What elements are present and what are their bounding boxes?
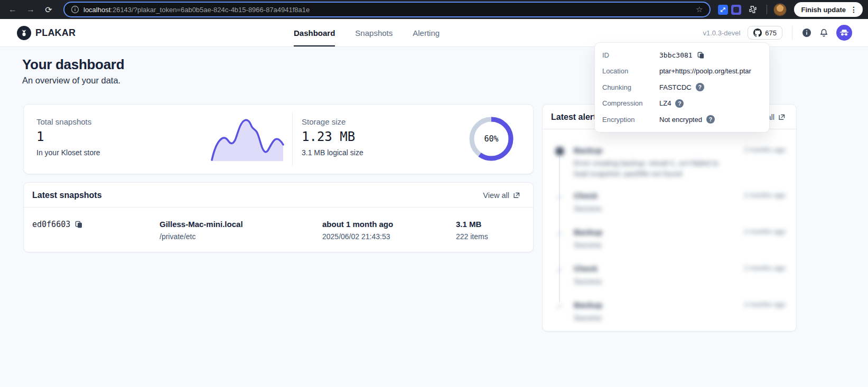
storage-donut-chart: 60% (468, 115, 515, 163)
page-title: Your dashboard (22, 56, 124, 73)
total-snapshots-label: Total snapshots (36, 117, 100, 126)
popover-label: Chunking (602, 83, 659, 91)
back-icon[interactable]: ← (5, 2, 20, 17)
popover-label: Encryption (602, 116, 659, 124)
toolbar-separator (767, 5, 767, 14)
alert-check-icon: ✓ (555, 265, 564, 274)
snapshot-host: Gilless-Mac-mini.local (160, 220, 243, 229)
total-snapshots-stat: Total snapshots 1 In your Kloset store (36, 117, 100, 157)
tab-alerting[interactable]: Alerting (413, 19, 440, 46)
popover-row-chunking: Chunking FASTCDC ? (595, 79, 769, 96)
version-label: v1.0.3-devel (703, 29, 740, 37)
finish-update-label: Finish update (801, 6, 846, 14)
snapshots-view-all-link[interactable]: View all (483, 191, 520, 200)
snapshots-view-all-label: View all (483, 191, 509, 200)
stats-card: Total snapshots 1 In your Kloset store S… (23, 104, 534, 174)
alert-item[interactable]: ✓ Check Success 2 months ago (555, 191, 786, 214)
browser-profile-avatar[interactable] (773, 3, 787, 16)
plakar-logo-icon (17, 26, 31, 40)
popover-row-location: Location ptar+https://poolp.org/test.pta… (595, 63, 769, 80)
extension-glyph (733, 7, 739, 13)
github-icon (753, 29, 762, 37)
snapshot-size: 3.1 MB (456, 220, 488, 229)
storage-size-value: 1.23 MB (302, 129, 363, 144)
snapshots-sparkline-chart (210, 117, 285, 161)
tab-dashboard[interactable]: Dashboard (294, 19, 335, 46)
site-info-icon[interactable] (71, 5, 79, 14)
snapshot-id[interactable]: ed0f6603 (32, 220, 70, 229)
popover-row-compression: Compression LZ4 ? (595, 96, 769, 112)
user-avatar[interactable] (836, 25, 852, 41)
alert-item[interactable]: Backup Error creating backup: retval=1, … (555, 146, 786, 180)
storage-size-stat: Storage size 1.23 MB 3.1 MB logical size (302, 117, 363, 157)
screen: ← → ⟳ localhost:26143/?plakar_token=6ab0… (0, 0, 868, 387)
alert-time: 2 months ago (744, 228, 786, 250)
github-stars-count: 675 (765, 29, 777, 37)
plakar-logo[interactable]: PLAKAR (17, 19, 76, 46)
browser-toolbar: ← → ⟳ localhost:26143/?plakar_token=6ab0… (0, 0, 868, 19)
snapshot-path: /private/etc (160, 232, 243, 241)
donut-percent-label: 60% (468, 115, 515, 163)
repo-location-value: ptar+https://poolp.org/test.ptar (659, 67, 751, 75)
latest-alerts-title: Latest alerts (551, 112, 601, 122)
info-icon[interactable] (802, 28, 811, 37)
alert-item[interactable]: ✓ Backup Success 2 months ago (555, 228, 786, 250)
forward-icon[interactable]: → (23, 2, 38, 17)
alert-time: 2 months ago (744, 264, 786, 287)
help-icon[interactable]: ? (706, 115, 715, 124)
external-link-icon (778, 114, 786, 121)
latest-snapshots-title: Latest snapshots (32, 191, 102, 200)
total-snapshots-caption: In your Kloset store (36, 148, 100, 157)
url-path: :26143/?plakar_token=6ab0b5ae-824c-4b15-… (110, 6, 310, 14)
finish-update-button[interactable]: Finish update ⋮ (794, 2, 863, 17)
tab-snapshots[interactable]: Snapshots (355, 19, 393, 46)
repository-info-popover: ID 3bbc3081 Location ptar+https://poolp.… (594, 42, 770, 133)
repo-compression-value: LZ4 (659, 99, 671, 107)
popover-label: Location (602, 67, 659, 75)
brand-name: PLAKAR (35, 27, 76, 39)
copy-icon[interactable] (697, 51, 705, 59)
snapshot-row[interactable]: ed0f6603 Gilless-Mac-mini.local /private… (24, 212, 533, 220)
header-separator (792, 26, 792, 40)
page-subtitle: An overview of your data. (22, 75, 120, 86)
alert-item[interactable]: ✓ Backup Success 2 months ago (555, 300, 786, 323)
url-text[interactable]: localhost:26143/?plakar_token=6ab0b5ae-8… (83, 6, 692, 14)
alert-error-icon (555, 147, 564, 156)
alert-title: Check (574, 191, 602, 200)
alert-title: Backup (574, 228, 602, 237)
repo-encryption-value: Not encrypted (659, 116, 702, 124)
alert-title: Backup (574, 146, 734, 155)
snapshot-items: 222 items (456, 232, 488, 241)
help-icon[interactable]: ? (675, 99, 684, 108)
alert-check-icon: ✓ (555, 229, 564, 238)
address-bar[interactable]: localhost:26143/?plakar_token=6ab0b5ae-8… (63, 2, 711, 17)
github-stars-button[interactable]: 675 (748, 26, 782, 40)
stats-divider (292, 112, 293, 166)
storage-size-label: Storage size (302, 117, 363, 126)
external-link-icon (512, 192, 520, 200)
refresh-icon[interactable]: ⟳ (41, 2, 56, 17)
extension-purple-icon[interactable] (731, 5, 741, 15)
storage-size-caption: 3.1 MB logical size (302, 148, 363, 157)
alert-description: Success (574, 240, 602, 250)
alert-title: Check (574, 264, 602, 273)
chrome-menu-icon[interactable]: ⋮ (850, 6, 857, 13)
notifications-bell-icon[interactable] (819, 28, 829, 38)
alert-description: Success (574, 276, 602, 287)
bookmark-star-icon[interactable]: ☆ (696, 5, 703, 14)
alert-description: Success (574, 313, 602, 323)
extensions-puzzle-icon[interactable] (745, 2, 760, 17)
popover-row-encryption: Encryption Not encrypted ? (595, 111, 769, 128)
help-icon[interactable]: ? (696, 83, 704, 91)
popover-row-id: ID 3bbc3081 (595, 47, 769, 63)
popover-label: Compression (602, 99, 659, 107)
alert-time: 2 months ago (744, 146, 786, 180)
alert-item[interactable]: ✓ Check Success 2 months ago (555, 264, 786, 287)
latest-alerts-card: Latest alerts View all Backup Error crea… (542, 104, 797, 332)
total-snapshots-value: 1 (36, 129, 100, 144)
extension-blue-icon[interactable]: ⤢ (718, 5, 728, 15)
copy-icon[interactable] (74, 220, 83, 229)
repo-id-value: 3bbc3081 (659, 51, 693, 59)
popover-label: ID (602, 51, 659, 59)
snapshot-age: about 1 month ago (322, 220, 393, 229)
